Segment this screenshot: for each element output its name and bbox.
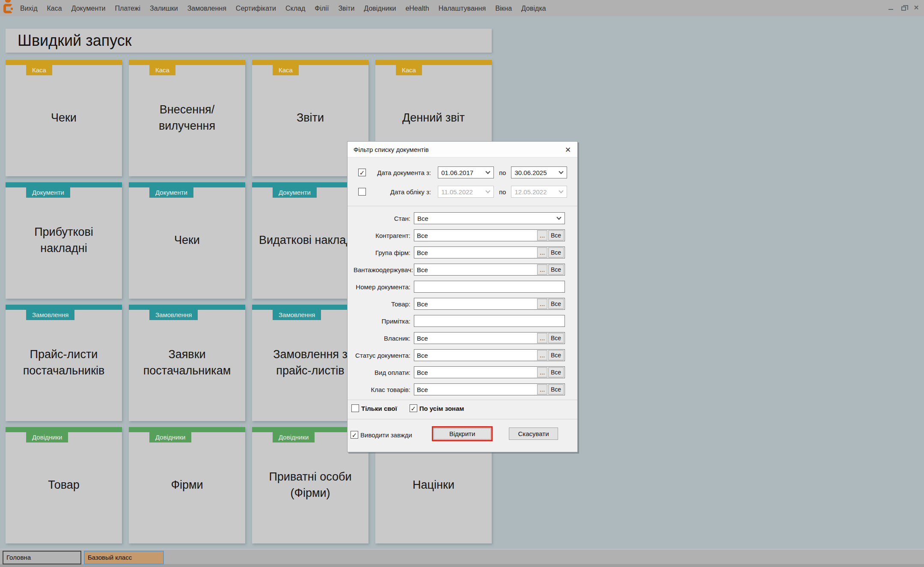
status-bar: Головна Базовый класс xyxy=(0,549,924,567)
browse-button[interactable]: … xyxy=(537,367,547,377)
date-from-value: 01.06.2017 xyxy=(441,169,473,176)
klas-tovariv-input[interactable] xyxy=(414,386,537,393)
vlasnyk-input[interactable] xyxy=(414,335,537,342)
date-to-value: 30.06.2025 xyxy=(514,169,547,176)
date-accounting-checkbox[interactable] xyxy=(358,188,366,196)
close-icon: ✕ xyxy=(914,4,919,12)
grupa-firm-input[interactable] xyxy=(414,249,537,256)
restore-button[interactable] xyxy=(898,3,909,13)
always-show-checkbox[interactable]: ✓ xyxy=(351,431,358,439)
field-label: Вид оплати: xyxy=(354,369,414,376)
date-to-label: по xyxy=(499,188,506,196)
menu-item-dovidnyky[interactable]: Довідники xyxy=(359,4,401,13)
tile-doc-cheky[interactable]: Документи Чеки xyxy=(129,182,245,299)
menu-item-sklad[interactable]: Склад xyxy=(281,4,310,13)
browse-button[interactable]: … xyxy=(537,264,547,275)
menu-item-dokumenty[interactable]: Документи xyxy=(67,4,110,13)
always-show-label: Виводити завжди xyxy=(360,431,412,439)
tile-doc-prybutkovi[interactable]: Документи Прибуткові накладні xyxy=(6,182,122,299)
browse-button[interactable]: … xyxy=(537,350,547,360)
browse-button[interactable]: … xyxy=(537,299,547,309)
vantazhooderzhuvach-lookup: … Все xyxy=(414,264,565,276)
separator xyxy=(348,419,577,419)
klas-tovariv-lookup: … Все xyxy=(414,383,565,395)
tile-kasa-vnesennya[interactable]: Каса Внесення/вилучення xyxy=(129,60,245,176)
field-row-vantazhooderzhuvach: Вантажоодержувач: … Все xyxy=(354,264,565,276)
browse-button[interactable]: … xyxy=(537,333,547,343)
tile-zam-prais-lysty[interactable]: Замовлення Прайс-листи постачальників xyxy=(6,305,122,421)
field-label: Вантажоодержувач: xyxy=(354,266,414,273)
tile-dov-tovar[interactable]: Довідники Товар xyxy=(6,427,122,543)
field-label: Група фірм: xyxy=(354,249,414,256)
grupa-firm-lookup: … Все xyxy=(414,246,565,258)
tile-label: Заявки постачальникам xyxy=(129,305,245,421)
menu-item-nalashtuvannya[interactable]: Налаштування xyxy=(434,4,491,13)
tilky-svoi-checkbox[interactable] xyxy=(351,404,359,412)
menu-item-zvity[interactable]: Звіти xyxy=(333,4,359,13)
tab-holovna[interactable]: Головна xyxy=(3,551,81,564)
browse-button[interactable]: … xyxy=(537,247,547,258)
menu-item-vikna[interactable]: Вікна xyxy=(490,4,517,13)
separator xyxy=(348,400,577,400)
menu-item-sertyfikaty[interactable]: Сертифікати xyxy=(231,4,281,13)
stan-combo[interactable]: Все xyxy=(414,212,565,224)
open-button[interactable]: Відкрити xyxy=(432,426,493,441)
cancel-button[interactable]: Скасувати xyxy=(509,427,558,440)
status-dokumenta-input[interactable] xyxy=(414,352,537,359)
tile-label: Товар xyxy=(6,427,122,543)
date-document-checkbox[interactable]: ✓ xyxy=(358,169,366,176)
vyd-oplaty-lookup: … Все xyxy=(414,366,565,378)
vantazhooderzhuvach-input[interactable] xyxy=(414,266,537,273)
all-button[interactable]: Все xyxy=(548,299,564,309)
restore-icon xyxy=(901,6,906,11)
dialog-close-button[interactable]: ✕ xyxy=(562,144,574,156)
browse-button[interactable]: … xyxy=(537,230,547,240)
always-show-option: ✓ Виводити завжди xyxy=(351,430,412,440)
tile-zam-zayavky[interactable]: Замовлення Заявки постачальникам xyxy=(129,305,245,421)
date-document-row: ✓ Дата документа з: 01.06.2017 по 30.06.… xyxy=(358,166,567,178)
tovar-input[interactable] xyxy=(414,300,537,308)
all-button[interactable]: Все xyxy=(548,384,564,395)
date-accounting-label: Дата обліку з: xyxy=(367,188,433,196)
prymitka-input[interactable] xyxy=(414,315,565,327)
menu-item-filii[interactable]: Філії xyxy=(310,4,333,13)
separator xyxy=(348,206,577,206)
menu-item-kasa[interactable]: Каса xyxy=(42,4,67,13)
menu-item-platezhi[interactable]: Платежі xyxy=(110,4,146,13)
all-button[interactable]: Все xyxy=(548,264,564,275)
date-accounting-row: Дата обліку з: 11.05.2022 по 12.05.2022 xyxy=(358,186,567,198)
nomer-dokumenta-input[interactable] xyxy=(414,281,565,293)
po-usim-zonam-checkbox[interactable]: ✓ xyxy=(410,404,417,412)
menu-item-zalyshky[interactable]: Залишки xyxy=(145,4,183,13)
dialog-title: Фільтр списку документів xyxy=(348,142,577,157)
menu-item-ehealth[interactable]: eHealth xyxy=(401,4,434,13)
date-to-value: 12.05.2022 xyxy=(514,188,547,196)
tile-kasa-cheky[interactable]: Каса Чеки xyxy=(6,60,122,176)
tile-dov-firmy[interactable]: Довідники Фірми xyxy=(129,427,245,543)
date-accounting-to-combo[interactable]: 12.05.2022 xyxy=(511,186,567,198)
kontragent-input[interactable] xyxy=(414,232,537,239)
all-button[interactable]: Все xyxy=(548,367,564,377)
all-button[interactable]: Все xyxy=(548,350,564,360)
chevron-down-icon xyxy=(485,188,490,193)
close-button[interactable]: ✕ xyxy=(911,3,921,13)
tile-label: Внесення/вилучення xyxy=(129,60,245,176)
menu-item-zamovlennya[interactable]: Замовлення xyxy=(183,4,231,13)
minimize-button[interactable] xyxy=(885,3,896,13)
date-accounting-from-combo[interactable]: 11.05.2022 xyxy=(438,186,494,198)
date-from-value: 11.05.2022 xyxy=(441,188,473,196)
all-button[interactable]: Все xyxy=(548,247,564,258)
browse-button[interactable]: … xyxy=(537,384,547,395)
field-row-nomer-dokumenta: Номер документа: xyxy=(354,281,565,293)
date-document-from-combo[interactable]: 01.06.2017 xyxy=(438,166,494,178)
date-document-to-combo[interactable]: 30.06.2025 xyxy=(511,166,567,178)
field-row-kontragent: Контрагент: … Все xyxy=(354,229,565,241)
menu-item-vykhid[interactable]: Вихід xyxy=(15,4,42,13)
menu-item-dovidka[interactable]: Довідка xyxy=(517,4,551,13)
vyd-oplaty-input[interactable] xyxy=(414,369,537,376)
app-logo-icon xyxy=(3,4,13,13)
tab-bazovyi-klass[interactable]: Базовый класс xyxy=(84,551,164,564)
all-button[interactable]: Все xyxy=(548,230,564,240)
field-row-grupa-firm: Група фірм: … Все xyxy=(354,246,565,258)
all-button[interactable]: Все xyxy=(548,333,564,343)
